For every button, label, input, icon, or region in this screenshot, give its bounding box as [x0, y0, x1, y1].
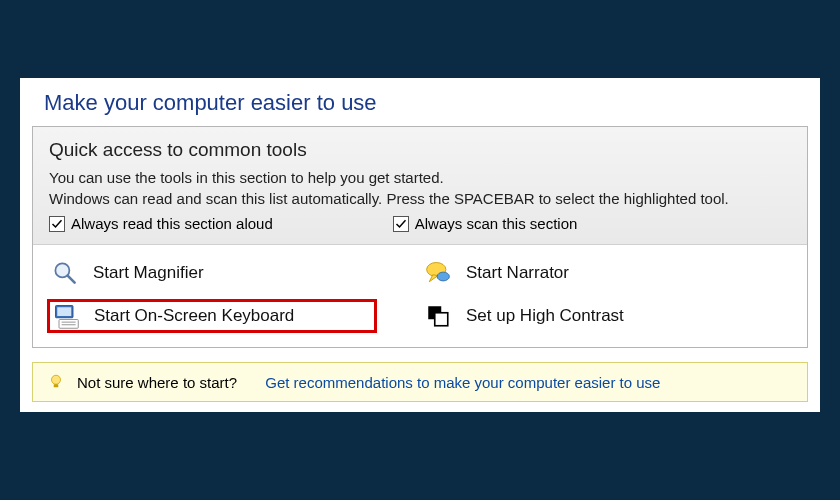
svg-line-1	[68, 276, 75, 283]
checkbox-scan-section-label: Always scan this section	[415, 215, 578, 232]
magnifier-icon	[51, 259, 79, 287]
tool-start-osk-label: Start On-Screen Keyboard	[94, 306, 294, 326]
tool-start-magnifier[interactable]: Start Magnifier	[47, 257, 420, 289]
tool-start-narrator-label: Start Narrator	[466, 263, 569, 283]
checkbox-read-aloud[interactable]: Always read this section aloud	[49, 215, 273, 232]
quick-access-text-1: You can use the tools in this section to…	[49, 169, 791, 186]
tool-start-osk[interactable]: Start On-Screen Keyboard	[47, 299, 377, 333]
high-contrast-icon	[424, 302, 452, 330]
svg-point-12	[52, 375, 61, 384]
keyboard-icon	[52, 302, 80, 330]
tool-high-contrast-label: Set up High Contrast	[466, 306, 624, 326]
page-title: Make your computer easier to use	[44, 90, 796, 116]
tool-start-narrator[interactable]: Start Narrator	[420, 257, 793, 289]
lightbulb-icon	[47, 373, 65, 391]
tool-start-magnifier-label: Start Magnifier	[93, 263, 204, 283]
svg-rect-6	[57, 307, 71, 316]
quick-access-options: Always read this section aloud Always sc…	[49, 215, 791, 232]
tip-link[interactable]: Get recommendations to make your compute…	[265, 374, 660, 391]
quick-access-section: Quick access to common tools You can use…	[33, 127, 807, 245]
quick-access-heading: Quick access to common tools	[49, 139, 791, 161]
svg-marker-3	[429, 275, 438, 282]
tool-high-contrast[interactable]: Set up High Contrast	[420, 299, 793, 333]
svg-rect-13	[54, 384, 59, 387]
checkmark-icon	[49, 216, 65, 232]
svg-rect-7	[59, 320, 78, 329]
checkbox-read-aloud-label: Always read this section aloud	[71, 215, 273, 232]
svg-rect-11	[435, 313, 448, 326]
tools-grid: Start Magnifier Start Narrator	[33, 245, 807, 347]
ease-of-access-panel: Make your computer easier to use Quick a…	[20, 78, 820, 412]
tip-bar: Not sure where to start? Get recommendat…	[32, 362, 808, 402]
quick-access-group: Quick access to common tools You can use…	[32, 126, 808, 348]
svg-point-4	[437, 272, 449, 281]
checkbox-scan-section[interactable]: Always scan this section	[393, 215, 578, 232]
quick-access-text-2: Windows can read and scan this list auto…	[49, 190, 791, 207]
tip-lead: Not sure where to start?	[77, 374, 237, 391]
speech-bubble-icon	[424, 259, 452, 287]
checkmark-icon	[393, 216, 409, 232]
